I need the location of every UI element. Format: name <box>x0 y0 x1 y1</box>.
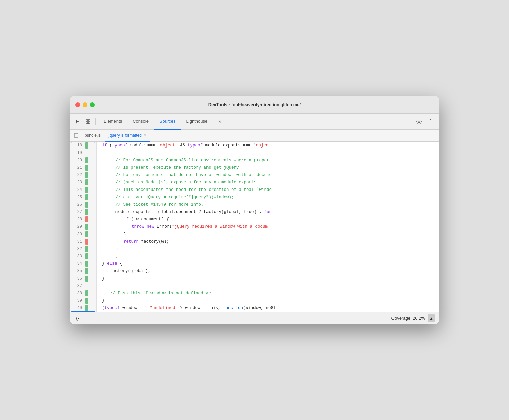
svg-rect-3 <box>88 122 90 124</box>
code-line-23: // (such as Node.js), expose a factory a… <box>99 179 436 186</box>
coverage-indicator <box>85 290 88 296</box>
code-line-28: if (!w.document) { <box>99 216 436 223</box>
coverage-indicator <box>85 239 88 245</box>
line-row: 37 <box>70 282 96 290</box>
coverage-indicator <box>85 224 88 230</box>
code-line-34: } else { <box>99 260 436 267</box>
line-row: 31 <box>70 238 96 245</box>
line-row: 30 <box>70 230 96 238</box>
line-row: 25 <box>70 194 96 201</box>
toolbar-separator <box>95 118 96 125</box>
code-line-35: factory(global); <box>99 267 436 275</box>
devtools-window: DevTools - foul-heavenly-direction.glitc… <box>70 96 439 324</box>
settings-icon[interactable] <box>414 117 424 126</box>
coverage-indicator <box>85 194 88 200</box>
coverage-indicator <box>85 202 88 208</box>
coverage-indicator <box>85 298 88 304</box>
coverage-indicator <box>85 216 88 222</box>
code-line-25: // e.g. var jQuery = require("jquery")(w… <box>99 194 436 201</box>
tab-lighthouse[interactable]: Lighthouse <box>181 114 213 130</box>
coverage-indicator <box>85 261 88 267</box>
code-line-30: } <box>99 230 436 238</box>
devtools-tabs: Elements Console Sources Lighthouse » <box>98 114 413 130</box>
line-row: 40 <box>70 304 96 312</box>
close-tab-icon[interactable]: × <box>144 133 146 138</box>
code-line-27: module.exports = global.document ? facto… <box>99 208 436 216</box>
svg-rect-2 <box>88 120 90 121</box>
tab-more[interactable]: » <box>213 114 227 130</box>
svg-rect-0 <box>86 120 88 121</box>
sidebar-toggle-icon[interactable] <box>71 131 81 140</box>
line-row: 24 <box>70 186 96 194</box>
format-button[interactable]: {} <box>74 315 81 321</box>
code-line-21: // is present, execute the factory and g… <box>99 164 436 171</box>
file-tabs-bar: bundle.js jquery.js:formatted × <box>70 130 439 142</box>
line-row: 35 <box>70 267 96 275</box>
line-row: 26 <box>70 201 96 208</box>
coverage-text: Coverage: 26.2% <box>391 316 425 321</box>
line-row: 22 <box>70 171 96 179</box>
editor-area: 18 19 20 21 <box>70 142 439 312</box>
coverage-indicator <box>85 253 88 259</box>
tab-elements[interactable]: Elements <box>98 114 127 130</box>
file-tab-jquery-formatted[interactable]: jquery.js:formatted × <box>105 130 150 142</box>
line-gutter: 18 19 20 21 <box>70 142 97 312</box>
svg-rect-1 <box>86 122 88 124</box>
line-row: 33 <box>70 253 96 260</box>
svg-point-4 <box>418 121 420 122</box>
tab-console[interactable]: Console <box>127 114 154 130</box>
code-line-19 <box>99 149 436 157</box>
coverage-indicator <box>85 246 88 252</box>
line-row: 20 <box>70 157 96 164</box>
code-line-38: // Pass this if window is not defined ye… <box>99 290 436 297</box>
code-line-39: } <box>99 297 436 304</box>
minimize-button[interactable] <box>83 102 87 107</box>
maximize-button[interactable] <box>90 102 95 107</box>
coverage-indicator <box>85 283 88 289</box>
coverage-indicator <box>85 172 88 178</box>
code-line-18: if (typeof module === "object" && typeof… <box>99 142 436 149</box>
code-line-20: // For CommonJS and CommonJS-like enviro… <box>99 157 436 164</box>
coverage-indicator <box>85 150 88 156</box>
titlebar: DevTools - foul-heavenly-direction.glitc… <box>70 96 439 114</box>
coverage-indicator <box>85 165 88 171</box>
coverage-indicator <box>85 305 88 311</box>
statusbar-left: {} <box>74 315 81 321</box>
code-line-33: ; <box>99 253 436 260</box>
scroll-up-button[interactable]: ▲ <box>428 314 435 322</box>
line-row: 39 <box>70 297 96 304</box>
tab-sources[interactable]: Sources <box>154 114 181 130</box>
line-row: 19 <box>70 149 96 157</box>
code-line-37 <box>99 282 436 290</box>
line-row: 32 <box>70 245 96 253</box>
statusbar-right: Coverage: 26.2% ▲ <box>391 314 435 322</box>
line-row: 28 <box>70 216 96 223</box>
coverage-indicator <box>85 231 88 237</box>
code-editor[interactable]: if (typeof module === "object" && typeof… <box>97 142 439 312</box>
cursor-tool-icon[interactable] <box>73 117 82 126</box>
menu-dots-icon[interactable]: ⋮ <box>425 117 436 127</box>
code-line-26: // See ticket #14549 for more info. <box>99 201 436 208</box>
code-line-32: } <box>99 245 436 253</box>
coverage-indicator <box>85 179 88 185</box>
file-tab-bundle[interactable]: bundle.js <box>81 130 105 142</box>
inspect-icon[interactable] <box>83 117 93 126</box>
code-line-36: } <box>99 275 436 282</box>
statusbar: {} Coverage: 26.2% ▲ <box>70 312 439 324</box>
line-row: 18 <box>70 142 96 149</box>
line-numbers: 18 19 20 21 <box>70 142 96 312</box>
code-line-31: return factory(w); <box>99 238 436 245</box>
toolbar-right-controls: ⋮ <box>414 117 436 127</box>
coverage-indicator <box>85 142 88 149</box>
coverage-indicator <box>85 209 88 215</box>
line-row: 36 <box>70 275 96 282</box>
line-row: 29 <box>70 223 96 230</box>
coverage-indicator <box>85 276 88 282</box>
coverage-indicator <box>85 157 88 163</box>
line-row: 23 <box>70 179 96 186</box>
traffic-lights <box>75 102 95 107</box>
code-line-24: // This accentuates the need for the cre… <box>99 186 436 194</box>
close-button[interactable] <box>75 102 80 107</box>
window-title: DevTools - foul-heavenly-direction.glitc… <box>208 102 301 107</box>
line-row: 21 <box>70 164 96 171</box>
